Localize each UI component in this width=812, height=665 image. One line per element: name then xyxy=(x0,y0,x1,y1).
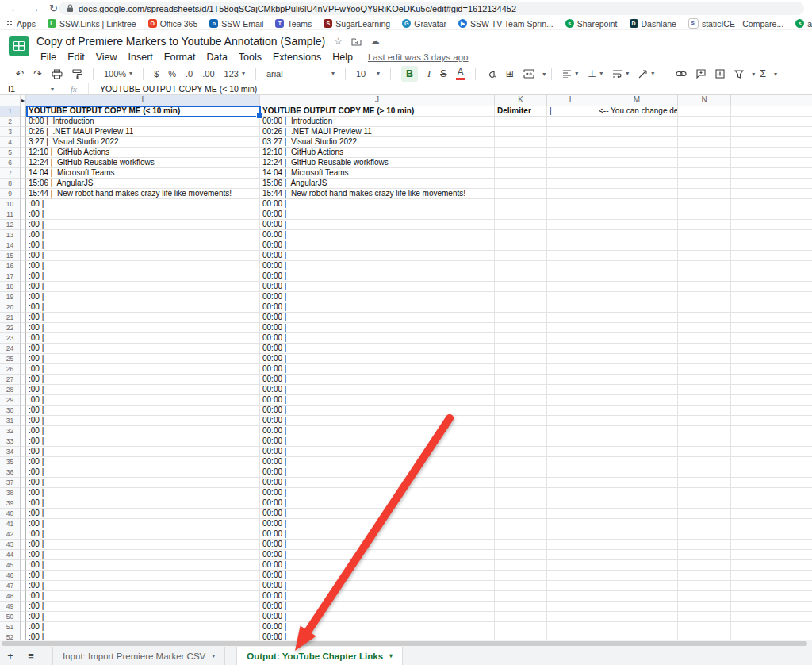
cell-empty[interactable] xyxy=(731,375,812,385)
cell-M43[interactable] xyxy=(596,540,678,550)
vertical-align-icon[interactable]: ⊥▾ xyxy=(588,66,603,82)
cell-L22[interactable] xyxy=(547,323,596,333)
cell-N25[interactable] xyxy=(678,354,731,364)
redo-icon[interactable]: ↷ xyxy=(33,66,41,82)
cell-N15[interactable] xyxy=(678,251,731,261)
cell-L48[interactable] xyxy=(547,591,596,602)
cell-K9[interactable] xyxy=(495,189,547,199)
cell-I13[interactable]: :00 | xyxy=(26,230,260,240)
row-header-13[interactable]: 13 xyxy=(0,230,21,240)
cell-L45[interactable] xyxy=(547,560,596,571)
cell-empty[interactable] xyxy=(731,529,812,540)
row-header-31[interactable]: 31 xyxy=(0,416,21,426)
cell-M25[interactable] xyxy=(596,354,678,364)
row-header-8[interactable]: 8 xyxy=(0,179,21,189)
cell-L23[interactable] xyxy=(547,333,596,344)
row-header-12[interactable]: 12 xyxy=(0,220,21,230)
font-size-select[interactable]: 10▾ xyxy=(356,66,380,82)
cell-K23[interactable] xyxy=(495,333,547,344)
cell-L34[interactable] xyxy=(547,447,596,457)
cell-K42[interactable] xyxy=(495,529,547,540)
cell-N12[interactable] xyxy=(678,220,731,230)
menu-data[interactable]: Data xyxy=(206,52,227,63)
cell-M40[interactable] xyxy=(596,509,678,519)
row-header-7[interactable]: 7 xyxy=(0,168,21,179)
cell-M35[interactable] xyxy=(596,457,678,467)
cell-M34[interactable] xyxy=(596,447,678,457)
cell-L15[interactable] xyxy=(547,251,596,261)
cell-J32[interactable]: 00:00 | xyxy=(260,426,495,436)
cell-empty[interactable] xyxy=(731,364,812,375)
cell-L32[interactable] xyxy=(547,426,596,436)
column-header-M[interactable]: M xyxy=(596,95,678,106)
cell-I35[interactable]: :00 | xyxy=(26,457,260,467)
cell-I31[interactable]: :00 | xyxy=(26,416,260,426)
insert-comment-icon[interactable] xyxy=(696,69,706,79)
cell-L18[interactable] xyxy=(547,282,596,292)
cell-M15[interactable] xyxy=(596,251,678,261)
row-header-46[interactable]: 46 xyxy=(0,571,21,581)
cell-L9[interactable] xyxy=(547,189,596,199)
cell-empty[interactable] xyxy=(731,220,812,230)
cell-N34[interactable] xyxy=(678,447,731,457)
cell-K51[interactable] xyxy=(495,622,547,632)
formula-input[interactable]: YOUTUBE OUTPUT COPY ME (< 10 min) xyxy=(100,84,257,94)
cell-J40[interactable]: 00:00 | xyxy=(260,509,495,519)
row-header-6[interactable]: 6 xyxy=(0,158,21,168)
row-header-23[interactable]: 23 xyxy=(0,333,21,344)
cell-empty[interactable] xyxy=(731,137,812,148)
cell-I10[interactable]: :00 | xyxy=(26,199,260,209)
row-header-18[interactable]: 18 xyxy=(0,282,21,292)
increase-decimal-button[interactable]: .00 xyxy=(202,66,214,82)
cell-empty[interactable] xyxy=(731,106,812,117)
cell-J39[interactable]: 00:00 | xyxy=(260,498,495,509)
cell-M18[interactable] xyxy=(596,282,678,292)
merge-cells-icon[interactable] xyxy=(523,69,534,79)
cell-K50[interactable] xyxy=(495,612,547,622)
cell-M24[interactable] xyxy=(596,344,678,354)
row-header-35[interactable]: 35 xyxy=(0,457,21,467)
cell-J6[interactable]: 12:24 | GitHub Reusable workflows xyxy=(260,158,495,168)
cell-I33[interactable]: :00 | xyxy=(26,436,260,447)
cell-N35[interactable] xyxy=(678,457,731,467)
cell-empty[interactable] xyxy=(731,467,812,478)
cell-N9[interactable] xyxy=(678,189,731,199)
row-header-1[interactable]: 1 xyxy=(0,106,21,117)
cell-M3[interactable] xyxy=(596,127,678,137)
cell-J5[interactable]: 12:10 | GitHub Actions xyxy=(260,148,495,158)
cell-K44[interactable] xyxy=(495,550,547,560)
cell-I45[interactable]: :00 | xyxy=(26,560,260,571)
cell-K38[interactable] xyxy=(495,488,547,498)
cell-J44[interactable]: 00:00 | xyxy=(260,550,495,560)
row-header-27[interactable]: 27 xyxy=(0,375,21,385)
text-wrap-icon[interactable]: ▾ xyxy=(612,66,629,82)
cell-L4[interactable] xyxy=(547,137,596,148)
row-header-42[interactable]: 42 xyxy=(0,529,21,540)
cell-I8[interactable]: 15:06 | AngularJS xyxy=(26,179,260,189)
cell-M13[interactable] xyxy=(596,230,678,240)
cell-K40[interactable] xyxy=(495,509,547,519)
cell-N1[interactable] xyxy=(678,106,731,117)
cell-empty[interactable] xyxy=(731,127,812,137)
move-to-folder-icon[interactable] xyxy=(351,37,362,46)
cell-N6[interactable] xyxy=(678,158,731,168)
cell-L46[interactable] xyxy=(547,571,596,581)
sheet-tab-menu-icon[interactable]: ▾ xyxy=(212,652,215,659)
cell-J18[interactable]: 00:00 | xyxy=(260,282,495,292)
cell-M23[interactable] xyxy=(596,333,678,344)
cell-M8[interactable] xyxy=(596,179,678,189)
cell-N16[interactable] xyxy=(678,261,731,271)
menu-file[interactable]: File xyxy=(40,52,56,63)
bookmark-ssw-email[interactable]: oSSW Email xyxy=(209,19,263,29)
cell-N22[interactable] xyxy=(678,323,731,333)
bookmark-ssw-links-linktree[interactable]: LSSW.Links | Linktree xyxy=(48,19,136,29)
cell-M39[interactable] xyxy=(596,498,678,509)
cell-empty[interactable] xyxy=(731,292,812,302)
cell-J7[interactable]: 14:04 | Microsoft Teams xyxy=(260,168,495,179)
cell-K4[interactable] xyxy=(495,137,547,148)
cell-L38[interactable] xyxy=(547,488,596,498)
cell-N30[interactable] xyxy=(678,406,731,416)
text-color-button[interactable]: A xyxy=(456,67,464,80)
menu-help[interactable]: Help xyxy=(332,52,353,63)
cell-L28[interactable] xyxy=(547,385,596,395)
